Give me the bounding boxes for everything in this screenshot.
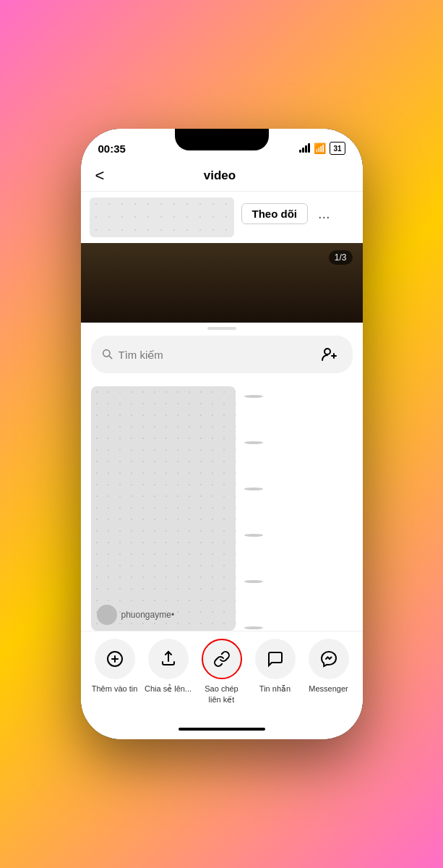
chia-se-len-label: Chia sẻ lên... bbox=[145, 684, 192, 694]
radio-button-1[interactable] bbox=[244, 395, 263, 398]
more-options-button[interactable]: ... bbox=[318, 205, 330, 222]
radio-button-5[interactable] bbox=[244, 580, 263, 583]
home-bar bbox=[179, 728, 265, 731]
them-vao-tin-icon-wrap bbox=[95, 639, 135, 679]
username-label: phuongayme• bbox=[121, 610, 175, 620]
signal-icon bbox=[299, 144, 310, 153]
avatar-bottom: phuongayme• bbox=[91, 599, 236, 631]
radio-button-2[interactable] bbox=[244, 441, 263, 444]
nav-bar: < video bbox=[81, 161, 363, 192]
status-icons: 📶 31 bbox=[299, 142, 345, 155]
search-bar bbox=[91, 336, 353, 373]
home-indicator bbox=[81, 719, 363, 739]
tin-nhan-action[interactable]: Tin nhắn bbox=[251, 639, 300, 694]
video-thumb-bg bbox=[90, 197, 234, 237]
sao-chep-label: Sao chépliên kết bbox=[205, 684, 238, 705]
messenger-action[interactable]: Messenger bbox=[304, 639, 353, 694]
avatar-bg bbox=[91, 386, 236, 631]
dark-video-bg bbox=[81, 243, 363, 323]
sheet-handle bbox=[207, 327, 236, 330]
svg-line-1 bbox=[109, 356, 112, 359]
wifi-icon: 📶 bbox=[314, 142, 326, 154]
video-counter: 1/3 bbox=[329, 250, 353, 265]
video-thumbnail bbox=[90, 197, 234, 237]
dark-video-section: 1/3 bbox=[81, 243, 363, 323]
add-friend-button[interactable] bbox=[317, 341, 343, 367]
contact-list: phuongayme• bbox=[81, 380, 363, 631]
radio-button-3[interactable] bbox=[244, 488, 263, 490]
nav-title: video bbox=[113, 169, 326, 183]
battery-icon: 31 bbox=[330, 142, 345, 155]
search-input[interactable] bbox=[119, 349, 311, 361]
radio-button-4[interactable] bbox=[244, 534, 263, 537]
messenger-label: Messenger bbox=[309, 684, 348, 694]
video-area: Theo dõi ... bbox=[81, 192, 363, 243]
notch bbox=[175, 129, 269, 150]
svg-point-2 bbox=[324, 349, 330, 354]
status-time: 00:35 bbox=[98, 142, 126, 155]
phone-shell: 00:35 📶 31 < video bbox=[81, 129, 363, 739]
sao-chep-lien-ket-action[interactable]: Sao chépliên kết bbox=[197, 639, 246, 705]
bottom-actions: Thêm vào tin Chia sẻ lên... bbox=[81, 631, 363, 719]
radio-button-6[interactable] bbox=[244, 626, 263, 629]
video-actions: Theo dõi ... bbox=[241, 197, 330, 224]
them-vao-tin-label: Thêm vào tin bbox=[92, 684, 138, 694]
tin-nhan-icon-wrap bbox=[255, 639, 296, 679]
radio-column bbox=[244, 380, 269, 631]
back-button[interactable]: < bbox=[95, 166, 113, 185]
screen: 00:35 📶 31 < video bbox=[81, 129, 363, 739]
chia-se-len-action[interactable]: Chia sẻ lên... bbox=[144, 639, 193, 694]
them-vao-tin-action[interactable]: Thêm vào tin bbox=[90, 639, 139, 694]
bottom-sheet: phuongayme• bbox=[81, 320, 363, 719]
search-icon bbox=[101, 348, 113, 362]
mini-avatar bbox=[97, 605, 117, 625]
sao-chep-icon-wrap bbox=[202, 639, 242, 679]
actions-row: Thêm vào tin Chia sẻ lên... bbox=[81, 639, 363, 705]
contacts-column: phuongayme• bbox=[91, 380, 236, 631]
chia-se-len-icon-wrap bbox=[148, 639, 189, 679]
messenger-icon-wrap bbox=[309, 639, 349, 679]
tin-nhan-label: Tin nhắn bbox=[259, 684, 291, 694]
contact-avatar[interactable]: phuongayme• bbox=[91, 386, 236, 631]
theo-doi-button[interactable]: Theo dõi bbox=[241, 203, 309, 224]
